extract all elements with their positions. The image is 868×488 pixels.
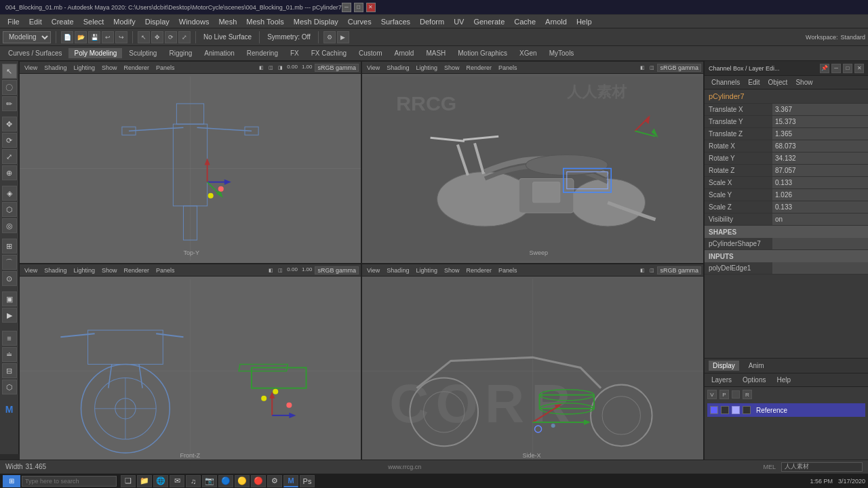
- viewport-front[interactable]: View Shading Lighting Show Renderer Pane…: [19, 264, 361, 466]
- shelf-sculpting[interactable]: Sculpting: [123, 48, 162, 58]
- ch-rotate-z-row[interactable]: Rotate Z 87.057: [705, 165, 868, 177]
- taskbar-spotify[interactable]: ♫: [186, 475, 201, 487]
- minimize-button[interactable]: ─: [342, 3, 351, 12]
- menu-generate[interactable]: Generate: [469, 16, 509, 27]
- menu-cache[interactable]: Cache: [509, 16, 540, 27]
- taskbar-app6[interactable]: 🔵: [218, 475, 233, 487]
- vp-persp-panels-menu[interactable]: Panels: [496, 64, 520, 72]
- windows-start-button[interactable]: ⊞: [3, 475, 20, 487]
- vp-persp-show-menu[interactable]: Show: [441, 64, 462, 72]
- attribute-editor-icon[interactable]: ≐: [2, 347, 17, 362]
- vp-side-view-menu[interactable]: View: [364, 266, 382, 274]
- ch-translate-x-value[interactable]: 3.367: [772, 104, 868, 115]
- render-settings-icon[interactable]: ⚙: [323, 31, 336, 43]
- vp-top-panels-menu[interactable]: Panels: [153, 64, 178, 72]
- ch-rotate-x-row[interactable]: Rotate X 68.073: [705, 140, 868, 152]
- ch-scale-z-value[interactable]: 0.133: [772, 201, 868, 213]
- taskbar-file-explorer[interactable]: 📁: [137, 475, 152, 487]
- vp-front-lighting-menu[interactable]: Lighting: [71, 266, 98, 274]
- channel-menu-channels[interactable]: Channels: [707, 77, 744, 87]
- ch-scale-x-row[interactable]: Scale X 0.133: [705, 177, 868, 189]
- shelf-mash[interactable]: MASH: [420, 48, 451, 58]
- render-icon[interactable]: ▶: [337, 31, 349, 43]
- menu-surfaces[interactable]: Surfaces: [376, 16, 415, 27]
- lasso-tool[interactable]: 〇: [2, 80, 17, 95]
- vp-top-shading-menu[interactable]: Shading: [41, 64, 69, 72]
- menu-display[interactable]: Display: [140, 16, 174, 27]
- ch-translate-x-row[interactable]: Translate X 3.367: [705, 104, 868, 116]
- undo-icon[interactable]: ↩: [102, 31, 114, 43]
- vp-front-panels-menu[interactable]: Panels: [153, 266, 178, 274]
- sculpt-tool[interactable]: ⬡: [2, 202, 17, 217]
- rotate-tool-icon[interactable]: ⟳: [165, 31, 177, 43]
- move-tool[interactable]: ✥: [2, 117, 17, 131]
- channel-menu-show[interactable]: Show: [791, 77, 816, 87]
- layer-p-dot[interactable]: [721, 406, 729, 414]
- maximize-button[interactable]: □: [354, 3, 363, 12]
- options-menu[interactable]: Options: [738, 375, 770, 385]
- taskbar-mail[interactable]: ✉: [170, 475, 184, 487]
- shelf-custom[interactable]: Custom: [353, 48, 387, 58]
- snap-point-icon[interactable]: ⊙: [2, 271, 17, 286]
- shelf-animation[interactable]: Animation: [199, 48, 239, 58]
- ch-scale-z-row[interactable]: Scale Z 0.133: [705, 201, 868, 214]
- vp-top-renderer-menu[interactable]: Renderer: [121, 64, 152, 72]
- vp-front-shading-menu[interactable]: Shading: [41, 266, 69, 274]
- vp-persp-lighting-menu[interactable]: Lighting: [413, 64, 440, 72]
- menu-file[interactable]: File: [3, 16, 24, 27]
- universal-manip-tool[interactable]: ⊕: [2, 165, 17, 180]
- vp-front-icon2[interactable]: ◫: [276, 266, 284, 274]
- layer-visibility-dot[interactable]: [710, 406, 718, 414]
- ch-scale-x-value[interactable]: 0.133: [772, 177, 868, 188]
- taskbar-camera[interactable]: 📷: [202, 475, 217, 487]
- vp-top-view-menu[interactable]: View: [22, 64, 40, 72]
- ch-input-item[interactable]: polyDelEdge1: [705, 262, 868, 274]
- vp-persp-view-menu[interactable]: View: [364, 64, 382, 72]
- shelf-rendering[interactable]: Rendering: [241, 48, 283, 58]
- workspace-dropdown[interactable]: Modeling: [3, 31, 51, 43]
- menu-create[interactable]: Create: [47, 16, 79, 27]
- taskbar-maya-app[interactable]: M: [283, 475, 298, 487]
- viewport-top[interactable]: View Shading Lighting Show Renderer Pane…: [19, 61, 361, 264]
- render-region-icon[interactable]: ▣: [2, 291, 17, 306]
- select-tool[interactable]: ↖: [2, 64, 17, 79]
- vp-top-icon3[interactable]: ◨: [276, 64, 284, 72]
- scale-tool-icon[interactable]: ⤢: [178, 31, 191, 43]
- ch-rotate-y-row[interactable]: Rotate Y 34.132: [705, 152, 868, 165]
- shelf-rigging[interactable]: Rigging: [163, 48, 197, 58]
- shelf-xgen[interactable]: XGen: [514, 48, 542, 58]
- vp-front-view-menu[interactable]: View: [22, 266, 40, 274]
- outliner-icon[interactable]: ⊟: [2, 363, 17, 378]
- vp-persp-icon2[interactable]: ◫: [648, 64, 656, 72]
- show-manip-tool[interactable]: ◎: [2, 218, 17, 233]
- menu-uv[interactable]: UV: [449, 16, 469, 27]
- ch-scale-y-value[interactable]: 1.026: [772, 189, 868, 201]
- close-button[interactable]: ✕: [366, 3, 376, 12]
- vp-top-icon1[interactable]: ◧: [257, 64, 265, 72]
- shelf-poly-modeling[interactable]: Poly Modeling: [68, 48, 122, 58]
- select-tool-icon[interactable]: ↖: [138, 31, 150, 43]
- menu-mesh-tools[interactable]: Mesh Tools: [241, 16, 288, 27]
- vp-persp-shading-menu[interactable]: Shading: [384, 64, 412, 72]
- taskbar-app8[interactable]: 🔴: [251, 475, 266, 487]
- layer-btn-v[interactable]: V: [707, 390, 717, 399]
- ch-visibility-row[interactable]: Visibility on: [705, 214, 868, 226]
- vp-top-icon2[interactable]: ◫: [267, 64, 275, 72]
- vp-front-icon1[interactable]: ◧: [267, 266, 275, 274]
- save-file-icon[interactable]: 💾: [88, 31, 100, 43]
- vp-side-shading-menu[interactable]: Shading: [384, 266, 412, 274]
- viewport-persp[interactable]: View Shading Lighting Show Renderer Pane…: [361, 61, 704, 264]
- menu-curves[interactable]: Curves: [343, 16, 376, 27]
- paint-select-tool[interactable]: ✏: [2, 96, 17, 111]
- vp-top-lighting-menu[interactable]: Lighting: [71, 64, 98, 72]
- menu-mesh-display[interactable]: Mesh Display: [289, 16, 343, 27]
- channel-max-icon[interactable]: □: [843, 64, 852, 73]
- layer-r-dot[interactable]: [743, 406, 751, 414]
- ch-rotate-x-value[interactable]: 68.073: [772, 140, 868, 152]
- menu-select[interactable]: Select: [79, 16, 109, 27]
- help-menu[interactable]: Help: [772, 375, 795, 385]
- vp-persp-renderer-menu[interactable]: Renderer: [463, 64, 494, 72]
- node-editor-icon[interactable]: ⬡: [2, 380, 17, 394]
- ch-translate-y-value[interactable]: 15.373: [772, 116, 868, 127]
- menu-arnold[interactable]: Arnold: [540, 16, 572, 27]
